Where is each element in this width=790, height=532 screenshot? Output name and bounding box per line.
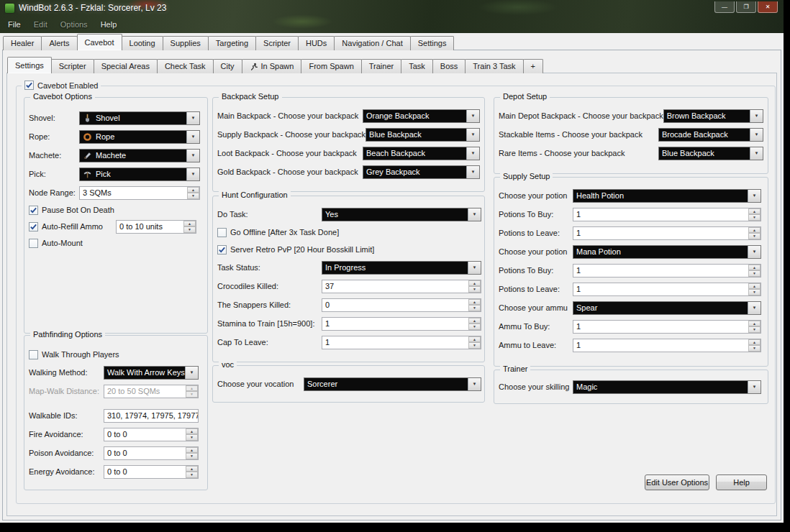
fire-avoidance-spinner[interactable]: 0 to 0 ▲▼	[104, 428, 199, 441]
spin-up-icon[interactable]: ▲	[748, 283, 761, 290]
tab-navigation-chat[interactable]: Navigation / Chat	[334, 36, 410, 50]
help-button[interactable]: Help	[716, 474, 767, 490]
energy-avoidance-spinner[interactable]: 0 to 0 ▲▼	[104, 465, 199, 479]
subtab-boss[interactable]: Boss	[432, 59, 466, 73]
chevron-down-icon[interactable]: ▼	[750, 110, 763, 122]
poison-avoidance-spinner[interactable]: 0 to 0 ▲▼	[104, 446, 199, 460]
walking-method-select[interactable]: Walk With Arrow Keys ▼	[104, 366, 199, 380]
auto-refill-ammo-checkbox[interactable]	[29, 222, 38, 231]
loot-backpack-select[interactable]: Beach Backpack ▼	[363, 147, 480, 160]
tab-huds[interactable]: HUDs	[298, 36, 335, 50]
snappers-killed-spinner[interactable]: 0 ▲▼	[322, 298, 481, 312]
spin-up-icon[interactable]: ▲	[748, 265, 761, 271]
close-button[interactable]: ✕	[758, 1, 778, 13]
spin-down-icon[interactable]: ▼	[186, 434, 198, 441]
menu-options[interactable]: Options	[54, 18, 94, 31]
chevron-down-icon[interactable]: ▼	[186, 131, 199, 143]
walkable-ids-input[interactable]: 310, 17974, 17975, 17977	[104, 409, 199, 423]
gold-backpack-select[interactable]: Grey Backpack ▼	[363, 165, 480, 179]
chevron-down-icon[interactable]: ▼	[750, 129, 763, 141]
spin-down-icon[interactable]: ▼	[468, 286, 481, 293]
chevron-down-icon[interactable]: ▼	[468, 262, 481, 274]
stackable-items-select[interactable]: Brocade Backpack ▼	[658, 128, 763, 142]
go-offline-checkbox[interactable]	[217, 228, 227, 237]
main-backpack-select[interactable]: Orange Backpack ▼	[363, 109, 480, 123]
spin-down-icon[interactable]: ▼	[468, 305, 481, 311]
pick-select[interactable]: Pick ▼	[79, 168, 200, 181]
tab-alerts[interactable]: Alerts	[41, 36, 77, 50]
subtab-check-task[interactable]: Check Task	[157, 59, 214, 73]
chevron-down-icon[interactable]: ▼	[748, 246, 761, 258]
potions-to-buy-spinner-2[interactable]: 1 ▲▼	[573, 264, 761, 278]
rare-items-select[interactable]: Blue Backpack ▼	[658, 147, 763, 160]
chevron-down-icon[interactable]: ▼	[466, 110, 479, 122]
rope-select[interactable]: Rope ▼	[79, 130, 200, 144]
spin-up-icon[interactable]: ▲	[748, 208, 761, 215]
chevron-down-icon[interactable]: ▼	[468, 378, 481, 390]
potion-select-2[interactable]: Mana Potion ▼	[573, 245, 761, 259]
maximize-button[interactable]: ❐	[736, 1, 756, 13]
spin-up-icon[interactable]: ▲	[468, 336, 481, 343]
walk-through-players-checkbox[interactable]	[29, 350, 38, 359]
skilling-select[interactable]: Magic ▼	[573, 380, 761, 394]
chevron-down-icon[interactable]: ▼	[186, 150, 199, 162]
spin-down-icon[interactable]: ▼	[748, 326, 761, 333]
spin-up-icon[interactable]: ▲	[183, 221, 196, 227]
spin-down-icon[interactable]: ▼	[748, 233, 761, 239]
spin-down-icon[interactable]: ▼	[186, 453, 198, 459]
spin-up-icon[interactable]: ▲	[468, 280, 481, 287]
do-task-select[interactable]: Yes ▼	[322, 208, 481, 221]
subtab-in-spawn[interactable]: In Spawn	[242, 59, 302, 73]
tab-cavebot[interactable]: Cavebot	[77, 34, 122, 50]
ammu-to-buy-spinner[interactable]: 1 ▲▼	[573, 320, 761, 334]
server-retro-pvp-checkbox[interactable]	[217, 245, 227, 254]
spin-down-icon[interactable]: ▼	[187, 193, 199, 199]
chevron-down-icon[interactable]: ▼	[185, 367, 198, 379]
ammu-select[interactable]: Spear ▼	[573, 301, 761, 315]
chevron-down-icon[interactable]: ▼	[750, 147, 763, 160]
tab-settings-main[interactable]: Settings	[410, 36, 455, 50]
chevron-down-icon[interactable]: ▼	[186, 112, 199, 124]
cap-to-leave-spinner[interactable]: 1 ▲▼	[322, 336, 481, 349]
subtab-city[interactable]: City	[213, 59, 242, 73]
supply-backpack-select[interactable]: Blue Backpack ▼	[366, 128, 480, 142]
tab-targeting[interactable]: Targeting	[208, 36, 256, 50]
subtab-settings[interactable]: Settings	[7, 57, 52, 73]
spin-up-icon[interactable]: ▲	[748, 227, 761, 234]
potions-to-leave-spinner-1[interactable]: 1 ▲▼	[573, 226, 761, 240]
tab-looting[interactable]: Looting	[122, 36, 163, 50]
potion-select-1[interactable]: Health Potion ▼	[573, 189, 761, 203]
machete-select[interactable]: Machete ▼	[79, 149, 200, 162]
subtab-task[interactable]: Task	[401, 59, 433, 73]
node-range-spinner[interactable]: 3 SQMs ▲▼	[79, 186, 200, 200]
chevron-down-icon[interactable]: ▼	[186, 168, 199, 180]
menu-edit[interactable]: Edit	[27, 18, 54, 31]
subtab-special-areas[interactable]: Special Areas	[94, 59, 158, 73]
spin-down-icon[interactable]: ▼	[748, 214, 761, 221]
spin-down-icon[interactable]: ▼	[183, 226, 196, 233]
spin-down-icon[interactable]: ▼	[186, 472, 198, 478]
titlebar[interactable]: WindBot 2.6.3 - Fzklal: Sorcerer, Lv 23 …	[0, 0, 784, 16]
tab-supplies[interactable]: Supplies	[163, 36, 209, 50]
subtab-add[interactable]: +	[523, 59, 543, 73]
subtab-trainer[interactable]: Trainer	[361, 59, 401, 73]
spin-down-icon[interactable]: ▼	[468, 342, 481, 349]
potions-to-leave-spinner-2[interactable]: 1 ▲▼	[573, 283, 761, 296]
chevron-down-icon[interactable]: ▼	[466, 166, 479, 178]
subtab-train-3-task[interactable]: Train 3 Task	[465, 59, 523, 73]
crocodiles-killed-spinner[interactable]: 37 ▲▼	[322, 280, 481, 293]
spin-up-icon[interactable]: ▲	[186, 466, 198, 472]
stamina-to-train-spinner[interactable]: 1 ▲▼	[322, 317, 481, 331]
chevron-down-icon[interactable]: ▼	[466, 147, 479, 160]
spin-up-icon[interactable]: ▲	[468, 318, 481, 324]
shovel-select[interactable]: Shovel ▼	[79, 111, 200, 125]
cavebot-enabled-checkbox[interactable]	[24, 81, 34, 90]
spin-up-icon[interactable]: ▲	[186, 428, 198, 435]
spin-down-icon[interactable]: ▼	[748, 345, 761, 352]
chevron-down-icon[interactable]: ▼	[748, 381, 761, 393]
spin-down-icon[interactable]: ▼	[468, 324, 481, 330]
potions-to-buy-spinner-1[interactable]: 1 ▲▼	[573, 208, 761, 221]
menu-file[interactable]: File	[1, 18, 27, 31]
chevron-down-icon[interactable]: ▼	[748, 190, 761, 202]
task-status-select[interactable]: In Progress ▼	[322, 261, 481, 275]
